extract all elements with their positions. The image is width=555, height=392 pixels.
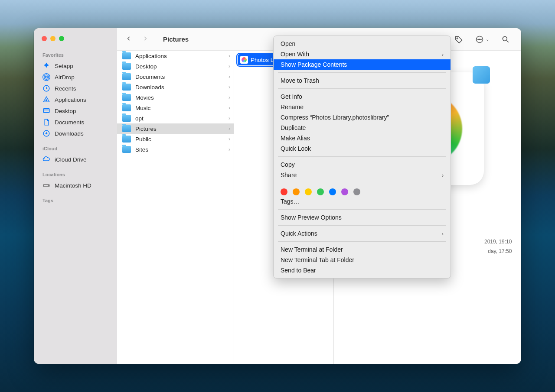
folder-icon <box>122 94 131 101</box>
context-menu-label: Quick Actions <box>281 230 317 237</box>
folder-row[interactable]: Music › <box>117 103 234 113</box>
context-menu-item[interactable]: Copy <box>274 159 451 170</box>
svg-point-8 <box>48 185 49 186</box>
sidebar-section-locations: Locations Macintosh HD <box>34 168 117 194</box>
tag-color-dot[interactable] <box>341 188 348 195</box>
menu-separator <box>278 183 446 183</box>
back-button[interactable] <box>126 35 132 44</box>
tag-color-dot[interactable] <box>353 188 360 195</box>
context-menu-item[interactable]: New Terminal Tab at Folder <box>274 255 451 265</box>
chevron-right-icon: › <box>442 51 444 58</box>
sidebar-item-downloads[interactable]: Downloads <box>34 128 117 139</box>
context-menu-label: Send to Bear <box>281 267 316 274</box>
sidebar-item-documents[interactable]: Documents <box>34 117 117 128</box>
context-menu-item[interactable]: Quick Look <box>274 143 451 154</box>
folder-icon <box>122 52 131 59</box>
context-menu-item[interactable]: New Terminal at Folder <box>274 244 451 255</box>
context-menu-item[interactable]: Show Preview Options <box>274 212 451 223</box>
menu-separator <box>278 156 446 157</box>
more-actions-button[interactable]: ⌄ <box>475 35 489 44</box>
sidebar-item-label: Macintosh HD <box>55 182 91 189</box>
context-menu-item[interactable]: Share› <box>274 170 451 180</box>
tag-color-dot[interactable] <box>317 188 324 195</box>
zoom-button[interactable] <box>59 36 64 41</box>
close-button[interactable] <box>42 36 47 41</box>
context-menu-item[interactable]: Open With› <box>274 49 451 59</box>
folder-label: Sites <box>135 146 148 153</box>
context-menu-item[interactable]: Rename <box>274 102 451 112</box>
folder-icon <box>122 73 131 80</box>
folder-label: opt <box>135 115 144 122</box>
sidebar-section-favorites: Favorites Setapp AirDrop Recents Applica… <box>34 49 117 143</box>
context-menu-label: Get Info <box>281 93 302 100</box>
folder-row[interactable]: Documents › <box>117 71 234 82</box>
folder-icon <box>122 104 131 111</box>
tags-button[interactable] <box>454 35 463 44</box>
context-menu-item[interactable]: Compress “Photos Library.photoslibrary” <box>274 112 451 123</box>
context-menu-item[interactable]: Tags… <box>274 196 451 207</box>
svg-point-14 <box>457 38 458 39</box>
svg-point-19 <box>503 36 507 41</box>
context-menu-label: Move to Trash <box>281 77 319 84</box>
clock-icon <box>42 84 50 92</box>
context-menu-item[interactable]: Move to Trash <box>274 75 451 86</box>
context-menu[interactable]: OpenOpen With›Show Package ContentsMove … <box>273 36 451 279</box>
context-menu-label: Copy <box>281 161 295 168</box>
cloud-icon <box>42 156 50 163</box>
folder-row[interactable]: Sites › <box>117 144 234 155</box>
context-menu-label: Open With <box>281 51 309 58</box>
applications-icon <box>42 96 50 104</box>
folder-row[interactable]: Movies › <box>117 92 234 103</box>
folder-row[interactable]: opt › <box>117 113 234 123</box>
context-menu-item[interactable]: Show Package Contents <box>274 59 451 70</box>
sidebar-item-icloud-drive[interactable]: iCloud Drive <box>34 154 117 165</box>
folder-icon <box>122 146 131 153</box>
folder-row[interactable]: Desktop › <box>117 61 234 71</box>
folder-row[interactable]: Downloads › <box>117 82 234 92</box>
svg-point-18 <box>481 39 482 40</box>
context-menu-item[interactable]: Quick Actions› <box>274 228 451 239</box>
column-1: Applications › Desktop › Documents › Dow… <box>117 51 234 364</box>
context-menu-label: Quick Look <box>281 145 311 152</box>
tag-color-dot[interactable] <box>329 188 336 195</box>
tag-color-dot[interactable] <box>305 188 312 195</box>
sidebar-item-label: Setapp <box>55 63 73 69</box>
context-menu-item[interactable]: Get Info <box>274 91 451 102</box>
folder-row[interactable]: Applications › <box>117 51 234 61</box>
sidebar-item-airdrop[interactable]: AirDrop <box>34 71 117 83</box>
tag-color-dot[interactable] <box>293 188 300 195</box>
sidebar-item-applications[interactable]: Applications <box>34 94 117 105</box>
sidebar-item-desktop[interactable]: Desktop <box>34 105 117 117</box>
nav-buttons <box>117 35 157 44</box>
folder-icon <box>122 136 131 143</box>
folder-row[interactable]: Public › <box>117 134 234 144</box>
sidebar-item-macintosh-hd[interactable]: Macintosh HD <box>34 180 117 191</box>
context-menu-label: Tags… <box>281 198 300 205</box>
context-menu-item[interactable]: Duplicate <box>274 123 451 133</box>
context-menu-item[interactable]: Send to Bear <box>274 265 451 275</box>
sidebar-item-label: Recents <box>55 85 76 92</box>
folder-label: Public <box>135 136 151 143</box>
folder-row[interactable]: Pictures › <box>117 123 234 134</box>
tag-color-dot[interactable] <box>281 188 287 195</box>
minimize-button[interactable] <box>50 36 56 41</box>
sidebar: Favorites Setapp AirDrop Recents Applica… <box>34 28 117 364</box>
search-button[interactable] <box>501 35 510 44</box>
sidebar-item-setapp[interactable]: Setapp <box>34 60 117 71</box>
context-menu-item[interactable]: Open <box>274 39 451 49</box>
chevron-right-icon: › <box>229 146 230 152</box>
sidebar-item-label: AirDrop <box>55 74 75 81</box>
folder-icon <box>122 63 131 70</box>
sidebar-header: iCloud <box>34 143 117 154</box>
folder-label: Documents <box>135 74 165 80</box>
sidebar-item-recents[interactable]: Recents <box>34 83 117 94</box>
sidebar-item-label: Downloads <box>55 130 84 137</box>
chevron-right-icon: › <box>229 136 230 142</box>
forward-button[interactable] <box>142 35 148 44</box>
svg-point-17 <box>479 39 480 40</box>
context-menu-label: Share <box>281 172 297 178</box>
context-menu-item[interactable]: Make Alias <box>274 133 451 143</box>
svg-point-16 <box>478 39 479 40</box>
sidebar-item-label: Desktop <box>55 108 76 114</box>
airdrop-icon <box>42 73 50 81</box>
